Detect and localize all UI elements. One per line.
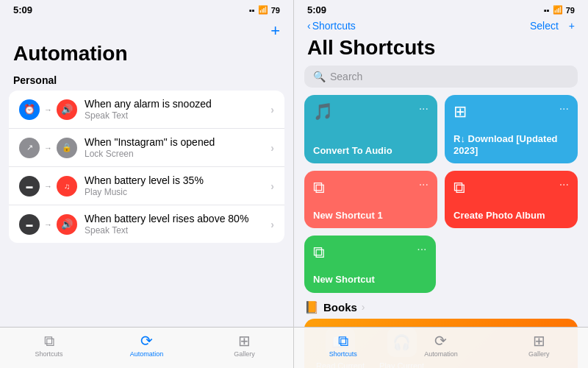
download-menu-icon[interactable]: ··· [559,102,569,116]
download-title: R↓ Download [Updated 2023] [453,133,569,156]
battery80-chevron: › [270,219,274,230]
instagram-trigger-icon: ↗ [19,138,40,158]
shortcut-download[interactable]: ⊞ ··· R↓ Download [Updated 2023] [445,95,578,163]
alarm-chevron: › [270,104,274,116]
arrow-icon-3: → [44,182,52,191]
tab-gallery-right[interactable]: ⊞ Gallery [490,333,588,358]
gallery-tab-icon: ⊞ [238,333,251,348]
search-bar[interactable]: 🔍 Search [304,66,578,88]
gallery-tab-icon-right: ⊞ [533,333,545,348]
arrow-icon: → [44,105,52,114]
card-top-convert: 🎵 ··· [313,102,429,121]
automation-tab-label-right: Automation [424,350,458,358]
gallery-tab-label-right: Gallery [528,350,550,358]
automation-tab-icon: ⟳ [140,333,153,348]
automation-item-instagram[interactable]: ↗ → 🔒 When "Instagram" is opened Lock Sc… [9,129,284,167]
status-icons-right: ▪▪ 📶 79 [544,5,575,15]
item-icons-battery80: ▬ → 🔊 [19,214,77,235]
battery35-subtitle: Play Music [85,187,270,197]
shortcuts-tab-label: Shortcuts [35,350,62,358]
alarm-trigger-icon: ⏰ [19,99,40,120]
convert-audio-icon: 🎵 [313,102,333,121]
all-shortcuts-title: All Shortcuts [294,35,588,66]
card-top-album: ⧉ ··· [453,178,569,197]
item-icons-instagram: ↗ → 🔒 [19,138,77,158]
automation-header: + [0,18,293,40]
card-top-download: ⊞ ··· [453,102,569,121]
shortcut-new[interactable]: ⧉ ··· New Shortcut [304,236,436,293]
automation-item-battery35[interactable]: ▬ → ♫ When battery level is 35% Play Mus… [9,167,284,205]
battery35-chevron: › [270,180,274,192]
tab-shortcuts-right[interactable]: ⧉ Shortcuts [294,333,392,358]
instagram-title: When "Instagram" is opened [85,136,270,148]
automation-item-battery80[interactable]: ▬ → 🔊 When battery level rises above 80%… [9,205,284,243]
create-album-title: Create Photo Album [453,210,569,222]
new-shortcut-title: New Shortcut [313,274,427,286]
new-shortcut-icon: ⧉ [313,243,325,262]
battery-icon-right: 79 [566,6,575,15]
lock-action-icon: 🔒 [57,138,77,158]
shortcut-convert-audio[interactable]: 🎵 ··· Convert To Audio [304,95,437,163]
tab-shortcuts-left[interactable]: ⧉ Shortcuts [0,333,98,358]
shortcuts-grid: 🎵 ··· Convert To Audio ⊞ ··· R↓ Download… [294,95,588,228]
card-top-new: ⧉ ··· [313,243,427,262]
battery-icon: 79 [271,6,280,15]
tab-bar-left: ⧉ Shortcuts ⟳ Automation ⊞ Gallery [0,327,293,368]
shortcuts-tab-icon: ⧉ [44,333,54,348]
shortcuts-nav: ‹ Shortcuts Select + [294,18,588,35]
shortcuts-tab-icon-right: ⧉ [338,333,348,348]
download-icon: ⊞ [453,102,467,121]
shortcut-new-1[interactable]: ⧉ ··· New Shortcut 1 [304,171,437,228]
back-button[interactable]: ‹ Shortcuts [307,20,356,32]
item-icons-alarm: ⏰ → 🔊 [19,99,77,120]
tab-automation-right[interactable]: ⟳ Automation [392,333,490,358]
convert-audio-title: Convert To Audio [313,145,429,157]
status-bar-left: 5:09 ▪▪ 📶 79 [0,0,293,18]
new-shortcut-row: ⧉ ··· New Shortcut [294,236,588,293]
new-shortcut1-menu-icon[interactable]: ··· [419,178,429,191]
time-left: 5:09 [13,4,32,15]
convert-audio-menu-icon[interactable]: ··· [419,102,429,116]
shortcut-create-album[interactable]: ⧉ ··· Create Photo Album [445,171,578,228]
new-shortcut1-title: New Shortcut 1 [313,210,429,222]
arrow-icon-4: → [44,220,52,229]
automation-tab-label: Automation [130,350,164,358]
signal-icon-right: ▪▪ [544,6,550,15]
alarm-item-text: When any alarm is snoozed Speak Text [85,98,270,121]
shortcuts-screen: 5:09 ▪▪ 📶 79 ‹ Shortcuts Select + All Sh… [294,0,588,368]
tab-automation-left[interactable]: ⟳ Automation [98,333,196,358]
battery80-title: When battery level rises above 80% [85,213,270,224]
battery80-subtitle: Speak Text [85,225,270,236]
create-album-icon: ⧉ [453,178,465,197]
automation-list: ⏰ → 🔊 When any alarm is snoozed Speak Te… [9,91,284,243]
books-header[interactable]: 📙 Books › [304,300,578,314]
nav-actions: Select + [530,20,575,32]
instagram-chevron: › [270,142,274,154]
automation-screen: 5:09 ▪▪ 📶 79 + Automation Personal ⏰ → 🔊… [0,0,294,368]
status-icons-left: ▪▪ 📶 79 [249,5,280,15]
select-button[interactable]: Select [530,20,559,32]
item-icons-battery35: ▬ → ♫ [19,176,77,197]
add-shortcut-button[interactable]: + [569,20,575,32]
automation-tab-icon-right: ⟳ [434,333,447,348]
battery80-item-text: When battery level rises above 80% Speak… [85,213,270,236]
speak-action-icon: 🔊 [57,99,77,120]
create-album-menu-icon[interactable]: ··· [559,178,569,191]
new-shortcut1-icon: ⧉ [313,178,325,197]
battery35-trigger-icon: ▬ [19,176,40,197]
tab-gallery-left[interactable]: ⊞ Gallery [196,333,293,358]
instagram-subtitle: Lock Screen [85,149,270,159]
battery35-item-text: When battery level is 35% Play Music [85,174,270,197]
automation-item-alarm[interactable]: ⏰ → 🔊 When any alarm is snoozed Speak Te… [9,91,284,129]
wifi-icon: 📶 [258,5,268,15]
alarm-title: When any alarm is snoozed [85,98,270,110]
books-chevron-icon: › [362,301,365,313]
search-placeholder: Search [330,71,362,82]
signal-icon: ▪▪ [249,6,255,15]
back-chevron-icon: ‹ [307,20,311,32]
time-right: 5:09 [307,4,326,15]
new-shortcut-menu-icon[interactable]: ··· [417,243,426,256]
add-automation-button[interactable]: + [270,21,280,40]
books-label: Books [323,301,357,314]
status-bar-right: 5:09 ▪▪ 📶 79 [294,0,588,18]
